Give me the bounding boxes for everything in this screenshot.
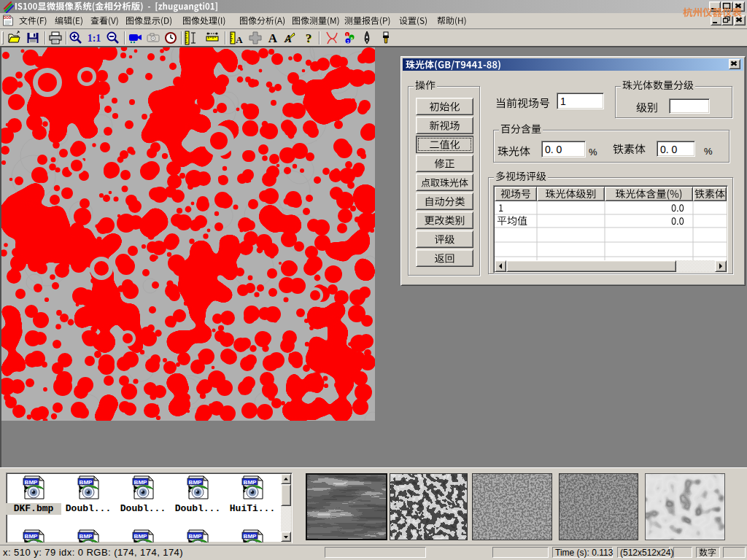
- svg-text:?: ?: [306, 31, 312, 45]
- svg-text:A: A: [268, 31, 278, 45]
- svg-text:BMP: BMP: [189, 533, 202, 540]
- svg-text:1:1: 1:1: [88, 33, 101, 44]
- svg-text:BMP: BMP: [189, 479, 202, 486]
- svg-text:A: A: [284, 33, 292, 44]
- svg-text:BMP: BMP: [134, 533, 147, 540]
- svg-text:BMP: BMP: [25, 479, 38, 486]
- svg-text:BMP: BMP: [80, 479, 93, 486]
- svg-text:A: A: [236, 34, 243, 45]
- svg-text:BMP: BMP: [244, 479, 257, 486]
- svg-text:BMP: BMP: [25, 533, 38, 540]
- svg-text:BMP: BMP: [134, 479, 147, 486]
- svg-text:BMP: BMP: [244, 533, 257, 540]
- svg-text:BMP: BMP: [80, 533, 93, 540]
